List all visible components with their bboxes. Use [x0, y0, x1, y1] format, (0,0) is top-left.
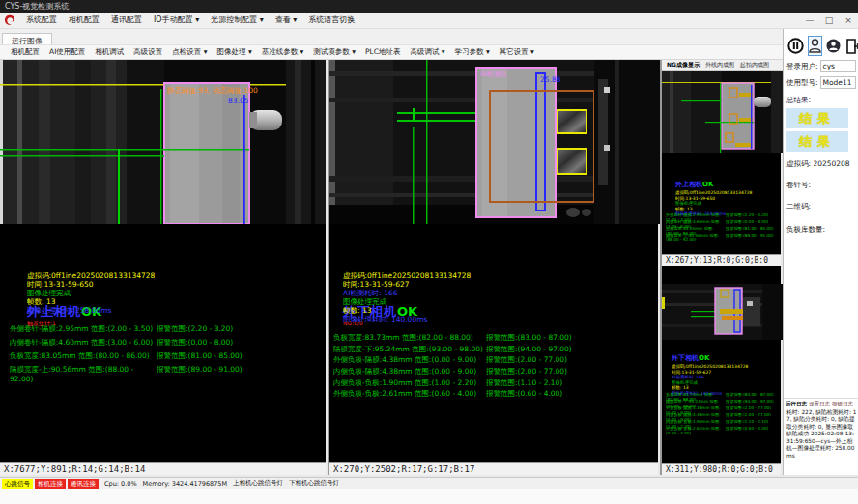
- upper-frame-count: 帧数: 13: [27, 297, 353, 306]
- history-upper-image[interactable]: [662, 71, 783, 153]
- login-user-label: 登录用户:: [786, 62, 818, 71]
- toolbar: 相机配置 AI使用配置 相机调试 高级设置 点检设置 ▾ 图像处理 ▾ 基准线参…: [0, 44, 783, 60]
- toolbar-advanced-settings[interactable]: 高级设置: [129, 46, 167, 58]
- window-controls: — □ ×: [800, 13, 858, 28]
- history-lower-image[interactable]: [662, 284, 783, 340]
- bottom-filler: [0, 489, 858, 504]
- menu-camera-config[interactable]: 相机配置: [63, 13, 105, 28]
- tab-ng-display[interactable]: NG成像显示: [664, 61, 702, 70]
- minimize-button[interactable]: —: [800, 13, 819, 28]
- lower-process-time: 图像处理耗时: 140.00ms: [343, 315, 672, 323]
- toolbar-spot-check[interactable]: 点检设置 ▾: [167, 46, 212, 58]
- measurement-row: 隔膜宽度-下:95.24mm 范围:(93.00 - 98.00)报警范围:(9…: [333, 345, 662, 356]
- comm-connect-badge: 通讯连接: [68, 479, 99, 489]
- pause-button[interactable]: [786, 36, 805, 56]
- lower-camera-image[interactable]: AI检测区 25.88: [329, 60, 660, 224]
- window-titlebar: CYS-视觉检测系统: [0, 0, 858, 13]
- menu-light-config[interactable]: 光源控制配置 ▾: [205, 13, 270, 28]
- pause-icon: [787, 38, 804, 54]
- upper-measurements: 外侧卷针-隔膜:2.95mm 范围:(2.00 - 3.50)报警范围:(2.2…: [10, 324, 335, 378]
- window-title: CYS-视觉检测系统: [5, 2, 69, 11]
- history-views-column: NG成像显示 外线内成图 起拍内成图: [660, 60, 781, 475]
- measurement-row: 隔膜宽度-上:90.56mm 范围:(88.00 - 92.00)报警范围:(8…: [666, 233, 785, 239]
- measurement-row: 内侧负极-负极:1.90mm 范围:(1.00 - 2.20)报警范围:(1.1…: [333, 378, 662, 390]
- exit-button[interactable]: [844, 36, 858, 56]
- upper-heartbeat-lamp: 上相机心跳信号灯: [233, 479, 283, 488]
- measurement-row: 负极宽度:83.05mm 范围:(80.00 - 86.00)报警范围:(81.…: [10, 351, 335, 365]
- toolbar-learning-params[interactable]: 学习参数 ▾: [450, 46, 495, 58]
- history-lower-measurements: 负极宽度:83.73mm 范围:(82.00 - 88.00)报警范围:(83.…: [666, 392, 785, 433]
- exit-door-icon: [845, 39, 858, 54]
- tab-outer-history[interactable]: 外线内成图: [702, 61, 737, 70]
- measurement-row: 内侧负极-负极:1.90mm 范围:(1.00 - 2.20)报警范围:(1.1…: [666, 419, 785, 426]
- upper-time: 时间:13-31-59-650: [27, 280, 353, 289]
- measurement-row: 隔膜宽度-上:90.56mm 范围:(88.00 - 92.00)报警范围:(8…: [10, 365, 335, 378]
- measurement-row: 外侧负极-负极:2.61mm 范围:(0.60 - 4.00)报警范围:(0.6…: [666, 426, 785, 433]
- measurement-row: 负极宽度:83.73mm 范围:(82.00 - 88.00)报警范围:(83.…: [333, 333, 662, 345]
- menu-view[interactable]: 查看 ▾: [270, 13, 303, 28]
- history-lower-cursor-readout: X:311;Y:980;R:0;G:0;B:0: [662, 463, 781, 475]
- lower-camera-view: AI检测区 25.88 外下相机OK NG:0: [328, 60, 658, 475]
- app-window: CYS-视觉检测系统 系统配置 相机配置 通讯配置 IO手动配置 ▾ 光源控制配…: [0, 0, 858, 504]
- measurement-row: 外侧卷针-隔膜:2.95mm 范围:(2.00 - 3.50)报警范围:(2.2…: [10, 324, 335, 338]
- status-bar: 心跳信号 相机连接 通讯连接 Cpu: 0.0% Memory: 3424.41…: [0, 477, 858, 489]
- upper-process-time: 图像处理耗时: 258.00ms: [27, 306, 353, 315]
- control-panel: 登录用户: cys 使用型号: Mode11 总结果: 结果 结果 虚拟码: 2…: [783, 29, 858, 475]
- measurement-row: 外侧负极-隔膜:4.38mm 范围:(0.00 - 9.00)报警范围:(2.0…: [333, 355, 662, 367]
- width-measure-label: 83.05: [228, 97, 249, 105]
- toolbar-camera-config[interactable]: 相机配置: [6, 46, 44, 58]
- login-user-value[interactable]: cys: [820, 60, 856, 72]
- toolbar-camera-debug[interactable]: 相机调试: [90, 46, 129, 58]
- model-value[interactable]: Mode11: [820, 76, 856, 89]
- history-upper-measurements: 外侧卷针-隔膜:2.95mm 范围:(2.00 - 3.50)报警范围:(2.2…: [666, 212, 785, 239]
- log-tab-error[interactable]: 报错日志: [832, 401, 853, 407]
- measurement-row: 外侧负极-隔膜:4.38mm 范围:(0.00 - 9.00)报警范围:(2.0…: [666, 406, 785, 412]
- log-area: 运行日志 设置日志 报错日志 耗时: 222, 缺陷检测耗时: 17, 缺陷分类…: [784, 398, 858, 462]
- toolbar-ai-use-config[interactable]: AI使用配置: [44, 46, 90, 58]
- qrcode-label: 二维码:: [786, 202, 858, 211]
- login-user-button[interactable]: [808, 36, 822, 56]
- toolbar-advanced-debug[interactable]: 高级调试 ▾: [405, 46, 449, 58]
- user-dark-icon: [826, 39, 841, 53]
- toolbar-baseline-params[interactable]: 基准线参数 ▾: [257, 46, 309, 58]
- menu-comm-config[interactable]: 通讯配置: [105, 13, 148, 28]
- measurement-row: 隔膜宽度-下:95.24mm 范围:(93.00 - 98.00)报警范围:(9…: [666, 399, 785, 406]
- total-result-label: 总结果:: [786, 96, 858, 105]
- login-user-row: 登录用户: cys: [786, 60, 856, 72]
- lower-cursor-readout: X:270;Y:2502;R:17;G:17;B:17: [329, 462, 658, 475]
- menu-io-config[interactable]: IO手动配置 ▾: [148, 13, 205, 28]
- cpu-usage: Cpu: 0.0%: [104, 480, 137, 488]
- log-text: 耗时: 222, 缺陷检测耗时: 17, 缺陷分类耗时: 0, 缺陷提取分类耗时…: [784, 408, 858, 462]
- tab-start-history[interactable]: 起拍内成图: [737, 61, 772, 70]
- close-button[interactable]: ×: [839, 13, 858, 28]
- lower-measurements: 负极宽度:83.73mm 范围:(82.00 - 88.00)报警范围:(83.…: [333, 333, 662, 401]
- tab-strip: 运行图像: [0, 29, 783, 44]
- menu-system-config[interactable]: 系统配置: [20, 13, 63, 28]
- lower-camera-info: 虚拟码:0ff1ine20250208133134728 时间:13-31-59…: [343, 271, 672, 323]
- history-lower-header: 外下相机OK 虚拟码:0ff1ine20250208133134728 时间:1…: [672, 346, 790, 396]
- toolbar-test-params[interactable]: 测试项参数 ▾: [308, 46, 360, 58]
- lower-process-done: 图像处理完成: [343, 297, 672, 306]
- measurement-row: 外侧负极-负极:2.61mm 范围:(0.60 - 4.00)报警范围:(0.6…: [333, 389, 662, 401]
- user-manage-button[interactable]: [825, 36, 842, 56]
- history-upper-header: 外上相机OK 虚拟码:0ff1ine20250208133134728 时间:1…: [675, 172, 794, 217]
- result-display-upper: 结果: [786, 108, 848, 128]
- measurement-row: 内侧负极-隔膜:4.38mm 范围:(0.00 - 9.00)报警范围:(2.0…: [333, 367, 662, 378]
- menu-language-switch[interactable]: 系统语言切换: [302, 13, 360, 28]
- anode-count-label: 负极库数量:: [786, 225, 858, 235]
- menu-bar: 系统配置 相机配置 通讯配置 IO手动配置 ▾ 光源控制配置 ▾ 查看 ▾ 系统…: [0, 13, 858, 29]
- toolbar-other-settings[interactable]: 其它设置 ▾: [495, 46, 539, 58]
- log-tab-run[interactable]: 运行日志: [786, 401, 807, 407]
- toolbar-image-processing[interactable]: 图像处理 ▾: [213, 46, 257, 58]
- app-logo-icon: [3, 14, 16, 27]
- camera-connect-badge: 相机连接: [35, 479, 66, 489]
- upper-camera-image[interactable]: 静态阈值:93, 动态阈值:100 83.05: [0, 60, 326, 224]
- toolbar-plc-address[interactable]: PLC地址表: [360, 46, 405, 58]
- ai-measure-label: 25.88: [540, 75, 561, 84]
- measurement-row: 内侧卷针-隔膜:4.60mm 范围:(3.00 - 6.00)报警范围:(0.0…: [666, 219, 785, 226]
- log-tabs: 运行日志 设置日志 报错日志: [784, 399, 858, 408]
- upper-camera-info: 虚拟码:0ff1ine20250208133134728 时间:13-31-59…: [27, 271, 353, 315]
- maximize-button[interactable]: □: [819, 13, 839, 28]
- history-tabs: NG成像显示 外线内成图 起拍内成图: [662, 60, 783, 71]
- log-tab-settings[interactable]: 设置日志: [809, 401, 830, 407]
